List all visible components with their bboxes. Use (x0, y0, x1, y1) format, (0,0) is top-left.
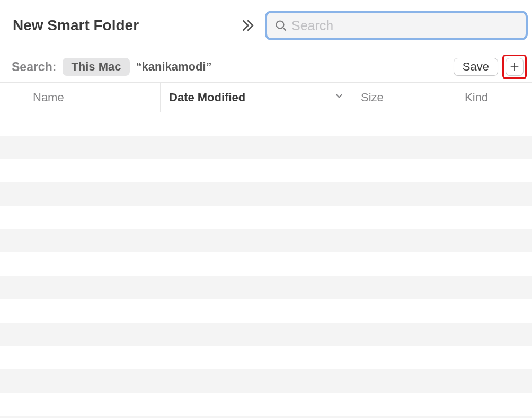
table-row (0, 276, 532, 299)
chevron-down-icon (334, 91, 344, 104)
table-row (0, 252, 532, 276)
table-row (0, 229, 532, 252)
column-header-label: Size (361, 91, 384, 104)
add-criteria-highlight (502, 55, 527, 79)
scope-this-mac[interactable]: This Mac (63, 58, 129, 76)
table-row (0, 323, 532, 346)
search-icon (274, 19, 287, 32)
column-header-label: Name (33, 91, 64, 104)
table-row (0, 182, 532, 206)
column-header-label: Date Modified (169, 91, 245, 104)
column-header-name[interactable]: Name (0, 83, 160, 112)
table-row (0, 206, 532, 229)
table-row (0, 416, 532, 418)
table-row (0, 159, 532, 182)
results-list (0, 112, 532, 418)
search-input[interactable] (291, 18, 518, 33)
table-row (0, 112, 532, 136)
add-criteria-button[interactable] (506, 58, 524, 76)
table-row (0, 369, 532, 393)
search-field[interactable] (265, 11, 528, 40)
scope-label: Search: (12, 60, 56, 74)
table-row (0, 299, 532, 323)
save-button[interactable]: Save (454, 58, 498, 76)
column-headers: Name Date Modified Size Kind (0, 83, 532, 112)
search-scope-bar: Search: This Mac “kanikamodi” Save (0, 51, 532, 83)
column-header-date-modified[interactable]: Date Modified (160, 83, 352, 112)
window-title: New Smart Folder (13, 17, 139, 34)
scope-current-folder[interactable]: “kanikamodi” (134, 58, 214, 76)
plus-icon (509, 62, 520, 72)
overflow-chevrons-icon[interactable] (240, 18, 255, 33)
svg-line-1 (283, 28, 286, 30)
table-row (0, 346, 532, 369)
table-row (0, 393, 532, 416)
column-header-label: Kind (465, 91, 488, 104)
table-row (0, 136, 532, 159)
column-header-size[interactable]: Size (352, 83, 456, 112)
toolbar: New Smart Folder (0, 0, 532, 51)
column-header-kind[interactable]: Kind (456, 83, 532, 112)
